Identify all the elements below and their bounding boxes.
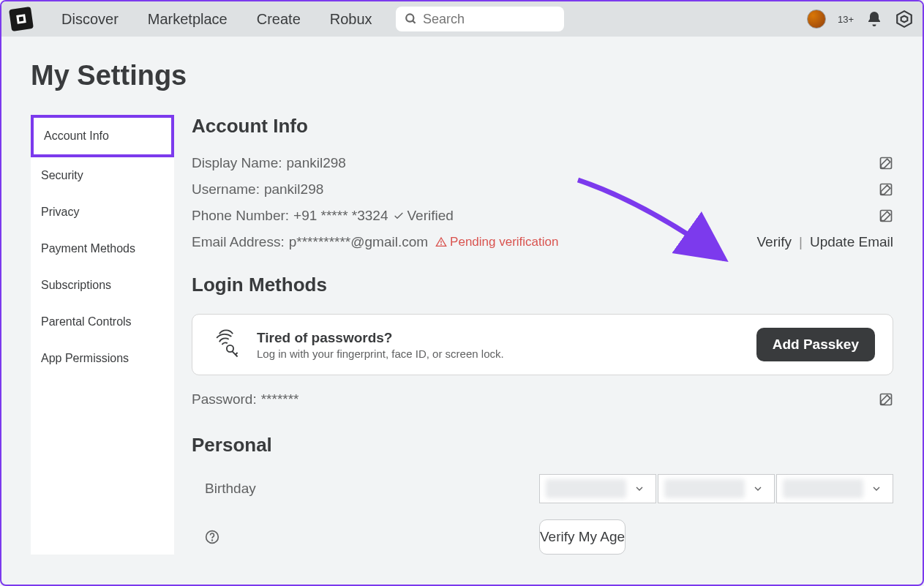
svg-point-0 (406, 14, 413, 21)
warning-icon (435, 236, 447, 248)
verify-email-link[interactable]: Verify (756, 234, 792, 250)
sidebar-item-app-permissions[interactable]: App Permissions (31, 340, 174, 377)
phone-row: Phone Number: +91 ***** *3324 Verified (192, 208, 893, 224)
svg-marker-2 (897, 11, 912, 27)
account-info-title: Account Info (192, 115, 893, 138)
verify-age-row: Verify My Age (192, 519, 893, 555)
display-name-label: Display Name: (192, 155, 282, 171)
birthday-month-select[interactable] (539, 474, 656, 503)
chevron-down-icon (752, 483, 764, 495)
email-row: Email Address: p**********@gmail.com Pen… (192, 234, 893, 250)
nav-marketplace[interactable]: Marketplace (148, 11, 228, 28)
svg-point-12 (212, 540, 213, 541)
passkey-subtitle: Log in with your fingerprint, face ID, o… (257, 348, 742, 360)
phone-value: +91 ***** *3324 (293, 208, 388, 224)
passkey-icon (210, 328, 242, 361)
add-passkey-button[interactable]: Add Passkey (756, 328, 875, 361)
nav-right: 13+ (807, 10, 914, 29)
birthday-year-select[interactable] (776, 474, 893, 503)
update-email-link[interactable]: Update Email (810, 234, 893, 250)
svg-point-8 (441, 244, 442, 245)
email-label: Email Address: (192, 234, 285, 250)
main-content: Account Info Display Name: pankil298 Use… (192, 115, 893, 555)
sidebar-item-parental-controls[interactable]: Parental Controls (31, 304, 174, 340)
age-tag: 13+ (838, 14, 854, 25)
email-value: p**********@gmail.com (289, 234, 428, 250)
pending-verification-badge: Pending verification (435, 235, 558, 249)
passkey-title: Tired of passwords? (257, 330, 742, 346)
login-methods-title: Login Methods (192, 274, 893, 296)
search-icon (405, 12, 418, 26)
display-name-row: Display Name: pankil298 (192, 155, 893, 171)
sidebar-item-subscriptions[interactable]: Subscriptions (31, 267, 174, 304)
verified-text: Verified (407, 208, 454, 224)
sidebar: Account Info Security Privacy Payment Me… (31, 115, 174, 555)
email-actions: Verify | Update Email (756, 234, 893, 250)
search-box[interactable] (396, 7, 564, 31)
page-title: My Settings (31, 60, 893, 91)
password-row: Password: ******* (192, 391, 893, 407)
help-icon[interactable] (205, 530, 219, 544)
birthday-label: Birthday (205, 481, 256, 497)
birthday-row: Birthday (192, 474, 893, 503)
sidebar-item-account-info[interactable]: Account Info (31, 115, 174, 157)
pending-text: Pending verification (450, 235, 558, 249)
personal-title: Personal (192, 434, 893, 457)
logo[interactable] (9, 7, 34, 31)
sidebar-item-payment-methods[interactable]: Payment Methods (31, 230, 174, 267)
search-input[interactable] (423, 12, 555, 27)
username-value: pankil298 (264, 181, 323, 198)
svg-line-1 (413, 20, 416, 23)
password-value: ******* (261, 391, 299, 407)
edit-phone-icon[interactable] (879, 209, 893, 223)
nav-create[interactable]: Create (257, 11, 301, 28)
nav-links: Discover Marketplace Create Robux (61, 11, 372, 28)
divider: | (799, 234, 803, 250)
password-label: Password: (192, 391, 257, 407)
sidebar-item-privacy[interactable]: Privacy (31, 194, 174, 230)
verify-my-age-button[interactable]: Verify My Age (539, 519, 626, 555)
nav-robux[interactable]: Robux (330, 11, 372, 28)
phone-verified-badge: Verified (393, 208, 454, 224)
edit-display-name-icon[interactable] (879, 156, 893, 170)
display-name-value: pankil298 (287, 155, 346, 171)
username-row: Username: pankil298 (192, 181, 893, 198)
edit-password-icon[interactable] (879, 392, 893, 407)
top-nav: Discover Marketplace Create Robux 13+ (1, 1, 923, 37)
chevron-down-icon (634, 483, 645, 495)
svg-marker-3 (901, 16, 908, 23)
bell-icon[interactable] (865, 10, 883, 28)
nav-discover[interactable]: Discover (61, 11, 119, 28)
birthday-day-select[interactable] (658, 474, 775, 503)
robux-icon[interactable] (895, 10, 914, 29)
edit-username-icon[interactable] (879, 182, 893, 197)
phone-label: Phone Number: (192, 208, 289, 224)
check-icon (393, 210, 405, 222)
passkey-card: Tired of passwords? Log in with your fin… (192, 314, 893, 375)
chevron-down-icon (871, 483, 882, 495)
username-label: Username: (192, 181, 260, 198)
avatar[interactable] (807, 10, 826, 29)
sidebar-item-security[interactable]: Security (31, 157, 174, 194)
